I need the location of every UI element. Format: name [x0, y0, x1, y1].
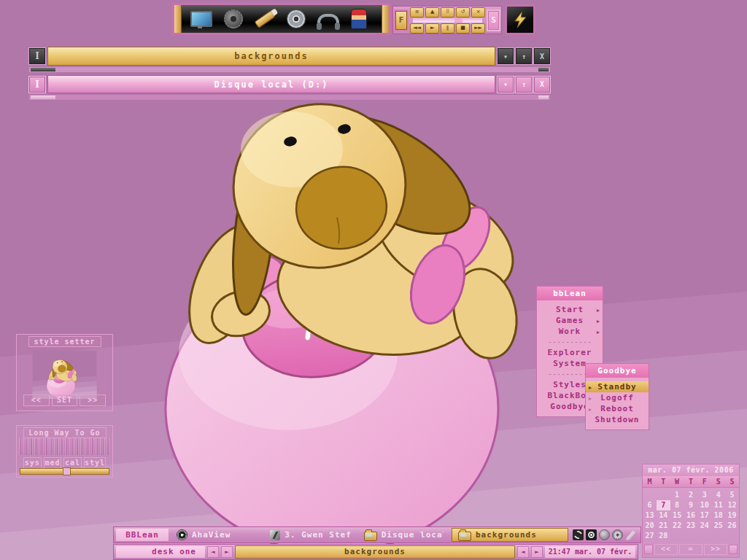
winamp-launcher-button[interactable] [505, 4, 535, 35]
taskbar-task[interactable]: Disque local (D:) [358, 528, 449, 542]
clock[interactable]: 21:47 mar. 07 févr. [545, 546, 635, 558]
calendar-day[interactable]: 19 [725, 510, 739, 521]
desk-prev-button[interactable]: ◄ [207, 546, 219, 558]
calendar-day[interactable]: 15 [670, 510, 684, 521]
desk-one-button[interactable]: desk one [116, 546, 205, 558]
calendar-day[interactable]: 2 [684, 490, 698, 500]
calendar-day[interactable]: 14 [657, 510, 670, 521]
calendar-day[interactable]: 25 [711, 521, 725, 531]
calendar-day[interactable]: 17 [697, 510, 711, 521]
style-next-button[interactable]: >> [80, 394, 106, 406]
stop-icon[interactable]: ■ [456, 23, 470, 34]
grip-left[interactable] [31, 96, 55, 99]
calendar-day[interactable]: 13 [643, 510, 657, 521]
close-button[interactable]: X [534, 77, 550, 93]
headphones-icon[interactable] [317, 14, 339, 27]
calendar-day[interactable]: 18 [711, 510, 725, 521]
task-prev-button[interactable]: ◄ [517, 546, 529, 558]
play-icon[interactable]: ► [425, 23, 439, 34]
gears-icon[interactable] [224, 9, 243, 28]
menu-item-logoff[interactable]: ▸Logoff [586, 392, 649, 403]
calendar-day[interactable]: 12 [725, 500, 739, 510]
desk-next-button[interactable]: ► [221, 546, 233, 558]
calendar-selected-day[interactable]: 7 [657, 500, 670, 510]
task-next-button[interactable]: ► [531, 546, 543, 558]
disc-tray-icon[interactable] [612, 529, 623, 540]
grip-right[interactable] [538, 96, 549, 99]
style-set-button[interactable]: SET [52, 394, 78, 406]
seek-slider[interactable] [413, 18, 482, 23]
calendar-day[interactable]: 27 [643, 531, 657, 541]
f-button[interactable]: F [395, 11, 407, 30]
bblean-menu-button[interactable]: BBLean [116, 529, 169, 541]
menu-item-start[interactable]: Start▸ [537, 304, 603, 315]
active-task-button[interactable]: backgrounds [235, 545, 515, 559]
seek-slider-handle[interactable] [454, 18, 462, 23]
calendar-day[interactable]: 3 [697, 490, 711, 500]
track-slider[interactable] [20, 468, 109, 475]
calendar-day[interactable]: 8 [670, 500, 684, 510]
calendar-day[interactable]: 10 [697, 500, 711, 510]
calendar-day[interactable]: 24 [697, 521, 711, 531]
window-title[interactable]: Disque local (D:) [47, 75, 495, 93]
calendar-day[interactable]: 20 [643, 521, 657, 531]
s-button[interactable]: S [488, 11, 499, 30]
calendar-day[interactable]: 16 [684, 510, 698, 521]
maximize-button[interactable]: ↑ [516, 77, 532, 93]
monitor-icon[interactable] [190, 11, 212, 27]
sys-button[interactable]: sys [23, 457, 42, 469]
taskbar-task[interactable]: backgrounds [452, 528, 568, 542]
calendar-day[interactable]: 26 [725, 521, 739, 531]
calendar-day[interactable]: 6 [643, 500, 657, 510]
style-prev-button[interactable]: << [23, 394, 50, 406]
next-icon[interactable]: ►► [471, 23, 485, 34]
menu-item-explorer[interactable]: Explorer [537, 347, 603, 358]
calendar-day[interactable]: 5 [725, 490, 739, 500]
rollup-button[interactable]: ▾ [498, 48, 514, 64]
shield-tray-icon[interactable] [599, 529, 610, 540]
maximize-button[interactable]: ↑ [516, 48, 532, 64]
grip-left[interactable] [31, 68, 55, 71]
calendar-day[interactable]: 9 [684, 500, 698, 510]
menu-item-work[interactable]: Work▸ [537, 326, 603, 337]
grip-right[interactable] [538, 68, 549, 71]
up-icon[interactable]: ▲ [425, 7, 439, 18]
menu-item-shutdown[interactable]: Shutdown [586, 414, 649, 425]
calendar-today-button[interactable]: = [679, 544, 703, 555]
taskbar-task[interactable]: 3. Gwen Stefani -... [264, 528, 355, 542]
paintbrush-icon[interactable] [254, 9, 275, 28]
shade-button[interactable]: I [29, 77, 45, 93]
menu-item-reboot[interactable]: ▸Reboot [586, 403, 649, 414]
window-backgrounds-grip[interactable] [29, 67, 550, 72]
pause-icon[interactable]: ‖ [441, 23, 454, 34]
calendar-day[interactable]: 28 [657, 531, 670, 541]
styl-button[interactable]: styl [84, 457, 106, 469]
shuffle-icon[interactable]: ⠿ [441, 7, 454, 18]
eject-icon[interactable]: ↺ [456, 7, 470, 18]
playlist-icon[interactable]: ≡ [410, 7, 424, 18]
shade-button[interactable]: I [29, 48, 45, 64]
calendar-next-button[interactable]: >> [704, 544, 727, 555]
close-icon[interactable]: × [471, 7, 485, 18]
med-button[interactable]: med [44, 457, 62, 469]
calendar-day[interactable]: 4 [711, 490, 725, 500]
close-button[interactable]: X [534, 48, 550, 64]
window-disque-grip[interactable] [29, 95, 550, 100]
track-slider-handle[interactable] [63, 467, 71, 475]
menu-item-standby[interactable]: ▸Standby [586, 381, 649, 392]
calendar-day[interactable]: 22 [670, 521, 684, 531]
calendar-day[interactable]: 1 [670, 490, 684, 500]
window-title[interactable]: backgrounds [47, 47, 495, 66]
menu-item-games[interactable]: Games▸ [537, 315, 603, 326]
pencil-tray-icon[interactable] [625, 529, 636, 540]
swirl-tray-icon[interactable] [573, 529, 584, 540]
calendar-day[interactable]: 11 [711, 500, 725, 510]
calendar-day[interactable]: 23 [684, 521, 698, 531]
previous-icon[interactable]: ◄◄ [410, 23, 424, 34]
calendar-prev-button[interactable]: << [654, 544, 678, 555]
radar-tray-icon[interactable] [586, 529, 597, 540]
taskbar-task[interactable]: AhaView [171, 528, 262, 542]
rollup-button[interactable]: ▾ [498, 77, 514, 93]
disc-icon[interactable] [287, 9, 306, 28]
mario-icon[interactable] [351, 9, 367, 29]
